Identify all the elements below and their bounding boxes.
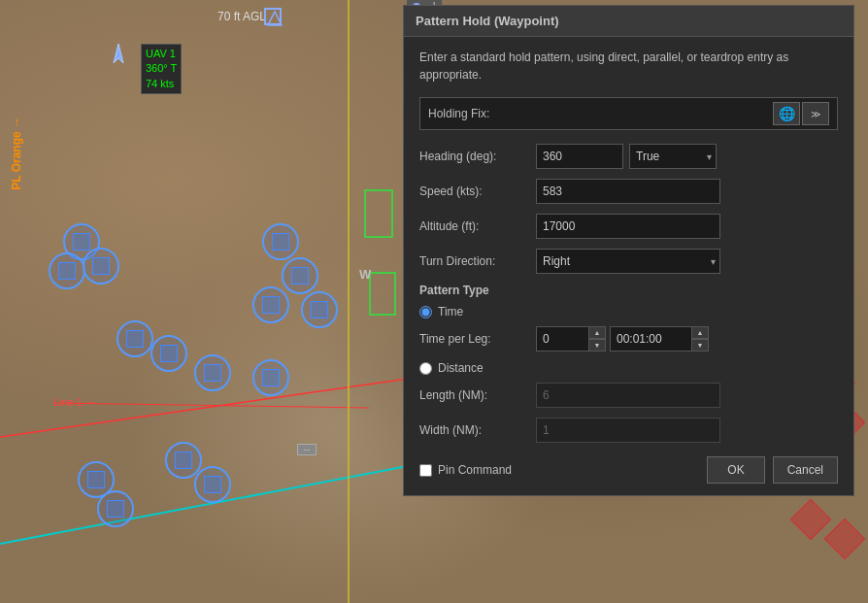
time-spin-up-button[interactable]: ▲ <box>691 326 709 339</box>
uav-label: UAV 1 360° T 74 kts <box>141 44 182 94</box>
speed-label: Speed (kts): <box>419 184 536 198</box>
turn-direction-label: Turn Direction: <box>419 254 536 268</box>
altitude-label: 70 ft AGL <box>217 10 266 23</box>
spin-wrapper: ▲ ▼ <box>536 326 606 352</box>
blue-unit-2 <box>49 252 85 289</box>
waypoint-icon <box>264 8 282 25</box>
heading-label: Heading (deg): <box>419 150 536 163</box>
altitude-input[interactable] <box>536 214 720 239</box>
svg-line-1 <box>53 403 369 408</box>
yellow-vertical-line <box>348 0 350 603</box>
turn-direction-select[interactable]: Right Left <box>536 249 720 274</box>
blue-unit-7 <box>301 291 338 328</box>
width-input <box>536 418 720 443</box>
blue-unit-12 <box>194 466 231 503</box>
speed-input[interactable] <box>536 179 720 204</box>
red-line <box>0 0 408 603</box>
speed-row: Speed (kts): <box>419 179 838 204</box>
pl-orange-label: PL Orange → <box>10 117 23 190</box>
length-label: Length (NM): <box>419 388 536 402</box>
holding-fix-label: Holding Fix: <box>428 107 489 120</box>
pin-command-label[interactable]: Pin Command <box>438 463 512 477</box>
width-row: Width (NM): <box>419 418 838 443</box>
footer-row: Pin Command OK Cancel <box>419 456 838 484</box>
ok-button[interactable]: OK <box>707 456 764 484</box>
time-per-leg-row: Time per Leg: ▲ ▼ ▲ ▼ <box>419 326 838 352</box>
svg-marker-3 <box>114 44 123 63</box>
blue-unit-10 <box>194 354 231 391</box>
width-label: Width (NM): <box>419 423 536 437</box>
pattern-hold-dialog: Pattern Hold (Waypoint) Enter a standard… <box>403 5 854 496</box>
radio-time[interactable] <box>419 306 432 318</box>
altitude-row: Altitude (ft): <box>419 214 838 239</box>
blue-unit-8 <box>117 320 153 357</box>
spin-up-button[interactable]: ▲ <box>588 326 606 339</box>
green-rect-1 <box>364 189 393 238</box>
holding-fix-globe-button[interactable]: 🌐 <box>773 102 800 125</box>
spin-down-button[interactable]: ▼ <box>588 339 606 352</box>
pin-command-row: Pin Command <box>419 463 512 477</box>
w-label: W <box>359 267 371 282</box>
blue-unit-15 <box>252 359 289 396</box>
svg-marker-4 <box>268 12 282 25</box>
line1-label: Line 1 → <box>53 396 96 408</box>
blue-unit-9 <box>150 335 187 372</box>
time-spin-buttons: ▲ ▼ <box>691 326 709 352</box>
dialog-title-bar: Pattern Hold (Waypoint) <box>404 6 853 37</box>
blue-unit-4 <box>262 223 299 260</box>
cyan-line <box>0 0 408 603</box>
time-per-leg-label: Time per Leg: <box>419 332 536 346</box>
dialog-body: Enter a standard hold pattern, using dir… <box>404 37 853 495</box>
holding-fix-input[interactable] <box>497 103 769 124</box>
time-spin-down-button[interactable]: ▼ <box>691 339 709 352</box>
holding-fix-dropdown-button[interactable]: ≫ <box>802 102 829 125</box>
heading-input[interactable] <box>536 144 623 169</box>
time-per-leg-num-input[interactable] <box>536 326 589 352</box>
red-unit-6 <box>824 519 865 559</box>
time-input-group: ▲ ▼ ▲ ▼ <box>536 326 709 352</box>
dialog-title: Pattern Hold (Waypoint) <box>416 14 559 28</box>
blue-unit-14 <box>97 490 134 527</box>
radio-distance[interactable] <box>419 362 432 375</box>
radio-distance-row: Distance <box>419 361 838 375</box>
length-input <box>536 383 720 408</box>
dialog-buttons: OK Cancel <box>707 456 838 484</box>
radio-time-label[interactable]: Time <box>438 305 463 318</box>
length-row: Length (NM): <box>419 383 838 408</box>
heading-type-select[interactable]: True Magnetic <box>629 144 717 169</box>
heading-type-wrapper: True Magnetic <box>629 144 717 169</box>
turn-direction-wrapper: Right Left <box>536 249 720 274</box>
turn-direction-row: Turn Direction: Right Left <box>419 249 838 274</box>
holding-fix-row: Holding Fix: 🌐 ≫ <box>419 97 838 130</box>
map-marker: ··· <box>297 444 317 455</box>
red-unit-5 <box>790 499 831 540</box>
pin-command-checkbox[interactable] <box>419 464 432 477</box>
altitude-label: Altitude (ft): <box>419 219 536 233</box>
dialog-description: Enter a standard hold pattern, using dir… <box>419 49 838 84</box>
time-per-leg-time-input[interactable] <box>610 326 692 352</box>
cancel-button[interactable]: Cancel <box>773 456 838 484</box>
radio-time-row: Time <box>419 305 838 318</box>
pattern-type-header: Pattern Type <box>419 284 838 297</box>
radio-distance-label[interactable]: Distance <box>438 361 484 375</box>
blue-unit-3 <box>83 248 119 285</box>
uav-icon <box>104 39 133 68</box>
green-rect-2 <box>369 272 396 316</box>
spin-buttons: ▲ ▼ <box>588 326 606 352</box>
time-spin-wrapper: ▲ ▼ <box>610 326 709 352</box>
blue-unit-6 <box>252 286 289 323</box>
heading-row: Heading (deg): True Magnetic <box>419 144 838 169</box>
